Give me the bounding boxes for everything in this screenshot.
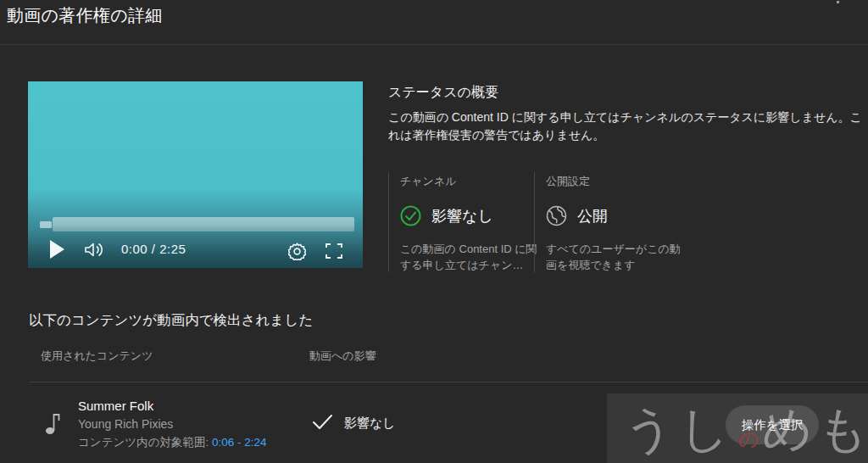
- time-display: 0:00 / 2:25: [121, 242, 186, 256]
- visibility-status-value: 公開: [577, 206, 608, 226]
- column-header-video-impact: 動画への影響: [309, 349, 376, 364]
- play-button[interactable]: [49, 240, 64, 259]
- track-title[interactable]: Summer Folk: [78, 399, 153, 413]
- gear-icon: [288, 243, 306, 260]
- globe-icon: [546, 205, 567, 226]
- status-overview-heading: ステータスの概要: [388, 84, 498, 102]
- impact-check-icon: [312, 414, 333, 433]
- fullscreen-button[interactable]: [326, 243, 342, 259]
- match-range-label: コンテンツ内の対象範囲:: [78, 436, 209, 449]
- volume-icon: [85, 243, 105, 257]
- channel-status-value: 影響なし: [431, 206, 493, 226]
- visibility-label: 公開設定: [546, 174, 729, 189]
- select-action-button[interactable]: 操作を選択: [726, 405, 819, 444]
- impact-value: 影響なし: [344, 416, 396, 432]
- fullscreen-icon: [326, 243, 342, 259]
- channel-label: チャンネル: [400, 174, 534, 189]
- column-header-used-content: 使用されたコンテンツ: [41, 349, 153, 364]
- video-player[interactable]: 0:00 / 2:25: [28, 81, 363, 268]
- match-range-link[interactable]: 0:06 - 2:24: [212, 436, 267, 449]
- table-divider: [29, 382, 868, 382]
- track-artist: Young Rich Pixies: [78, 417, 173, 431]
- channel-status-column: チャンネル 影響なし この動画の Content ID に関する申し立てはチャン…: [388, 172, 534, 272]
- page-title: 動画の著作権の詳細: [7, 4, 163, 27]
- play-icon: [49, 240, 64, 259]
- select-action-label: 操作を選択: [742, 417, 804, 433]
- channel-status-description: この動画の Content ID に関する申し立てはチャン…: [400, 241, 537, 273]
- progress-bar-track[interactable]: [53, 217, 354, 232]
- cursor-artifact-dot: [837, 1, 839, 3]
- music-note-icon: [45, 412, 64, 438]
- match-range-line: コンテンツ内の対象範囲: 0:06 - 2:24: [78, 435, 266, 450]
- check-circle-icon: [400, 205, 421, 226]
- header-divider: [0, 44, 868, 45]
- visibility-description: すべてのユーザーがこの動画を視聴できます: [546, 241, 686, 273]
- visibility-column: 公開設定 公開 すべてのユーザーがこの動画を視聴できます: [534, 172, 729, 272]
- detected-content-heading: 以下のコンテンツが動画内で検出されました: [29, 311, 313, 330]
- volume-button[interactable]: [85, 243, 105, 257]
- status-overview-description: この動画の Content ID に関する申し立てはチャンネルのステータスに影響…: [388, 109, 868, 144]
- progress-bar-thumb[interactable]: [40, 221, 52, 228]
- settings-button[interactable]: [288, 243, 306, 260]
